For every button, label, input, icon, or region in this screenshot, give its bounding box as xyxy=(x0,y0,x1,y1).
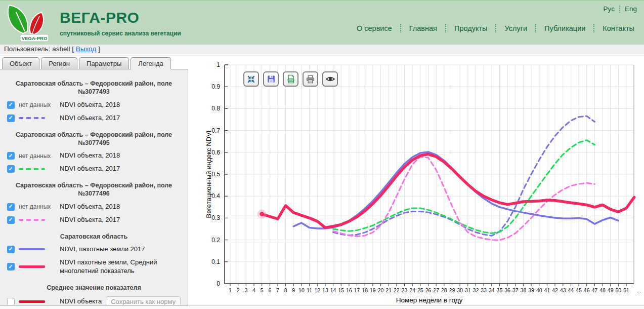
sidebar-tab[interactable]: Легенда xyxy=(131,57,170,69)
svg-text:34: 34 xyxy=(489,287,495,293)
legend-checkbox[interactable] xyxy=(7,165,15,173)
svg-text:47: 47 xyxy=(592,287,598,293)
save-as-norm-button[interactable]: Сохранить как норму xyxy=(106,296,181,305)
legend-item-label: NDVI объекта, 2018 xyxy=(60,203,120,211)
sidebar-tabs: Объект Регион Параметры Легенда xyxy=(0,56,188,69)
legend-item-label: NDVI объекта, 2017 xyxy=(60,216,120,224)
nav-link[interactable]: Продукты xyxy=(454,24,488,32)
svg-text:CSV: CSV xyxy=(288,79,293,82)
svg-text:14: 14 xyxy=(330,287,336,293)
lang-rus[interactable]: Рус xyxy=(604,5,615,13)
save-icon xyxy=(267,74,276,84)
user-label: Пользователь: xyxy=(4,45,50,53)
svg-text:43: 43 xyxy=(560,287,566,293)
svg-text:0: 0 xyxy=(217,280,220,287)
legend-group-title: Саратовская область – Федоровский район,… xyxy=(13,181,176,198)
nav-link[interactable]: О сервисе xyxy=(356,24,393,32)
save-button[interactable] xyxy=(263,71,279,87)
legend-checkbox[interactable] xyxy=(7,203,15,211)
svg-text:49: 49 xyxy=(608,287,614,293)
svg-text:11: 11 xyxy=(307,287,312,293)
svg-text:0.3: 0.3 xyxy=(211,214,220,221)
svg-text:30: 30 xyxy=(457,287,463,293)
username: ashell xyxy=(52,45,70,53)
svg-text:8: 8 xyxy=(284,287,287,293)
legend-swatch xyxy=(19,219,51,221)
nav-link[interactable]: Главная xyxy=(409,24,438,32)
legend-item: NDVI пахотные земли, Средний многолетний… xyxy=(0,258,188,276)
nav-entry: Главная xyxy=(393,24,438,32)
highlighted-point xyxy=(260,212,264,216)
fit-view-icon xyxy=(246,74,256,84)
nav-link[interactable]: Контакты xyxy=(602,24,635,32)
svg-text:41: 41 xyxy=(544,287,550,293)
legend-checkbox[interactable] xyxy=(7,216,15,224)
nav-entry: Публикации xyxy=(528,24,586,32)
logout-link[interactable]: Выход xyxy=(76,45,96,53)
legend-swatch: нет данных xyxy=(19,152,51,160)
svg-text:24: 24 xyxy=(409,287,415,293)
legend-group-title: Саратовская область – Федоровский район,… xyxy=(13,131,176,147)
svg-text:19: 19 xyxy=(370,287,376,293)
sidebar-tab-label: Легенда xyxy=(138,60,163,67)
svg-text:2: 2 xyxy=(237,287,240,293)
legend-checkbox[interactable] xyxy=(7,152,15,160)
legend-item-label: NDVI объекта, 2018 xyxy=(60,151,120,160)
sidebar-tab[interactable]: Регион xyxy=(41,57,77,69)
nav-link[interactable]: Публикации xyxy=(544,24,586,32)
nav-divider xyxy=(593,24,594,32)
visibility-button[interactable] xyxy=(322,71,338,87)
sidebar-tab[interactable]: Объект xyxy=(2,57,39,69)
legend-item-label: NDVI пахотные земли, Средний многолетний… xyxy=(60,258,184,276)
legend-item-label: NDVI объекта, 2017 xyxy=(60,114,120,123)
legend-group: Саратовская область NDVI, пахотные земли… xyxy=(0,233,188,276)
legend-group: Саратовская область – Федоровский район,… xyxy=(0,181,188,224)
nav-divider xyxy=(400,24,401,32)
legend-group-items: NDVI объекта Сохранить как норму xyxy=(0,296,188,305)
legend-checkbox[interactable] xyxy=(7,101,15,109)
site-subtitle: спутниковый сервис анализа вегетации xyxy=(60,30,181,37)
svg-text:51: 51 xyxy=(623,287,629,293)
sidebar-tab-label: Объект xyxy=(10,60,32,67)
ndvi-chart[interactable]: 00.10.20.30.40.50.60.70.80.9112345678910… xyxy=(190,54,644,305)
legend-item: NDVI объекта, 2017 xyxy=(0,114,188,123)
svg-text:13: 13 xyxy=(322,287,328,293)
legend-item: NDVI объекта, 2017 xyxy=(0,216,188,224)
legend-group-items: нет данных NDVI объекта, 2018 NDVI объек… xyxy=(0,203,188,224)
site-header: VEGA-PRO ВЕГА-PRO спутниковый сервис ана… xyxy=(0,0,644,45)
nav-divider xyxy=(495,24,496,32)
sidebar-tab[interactable]: Параметры xyxy=(79,57,129,69)
bracket-open: [ xyxy=(72,45,74,53)
svg-text:10: 10 xyxy=(298,287,305,293)
legend-checkbox[interactable] xyxy=(7,298,15,305)
svg-text:17: 17 xyxy=(354,287,360,293)
svg-text:20: 20 xyxy=(378,287,384,293)
legend-group-items: нет данных NDVI объекта, 2018 NDVI объек… xyxy=(0,151,188,173)
nav-entry: Продукты xyxy=(438,24,488,32)
svg-text:22: 22 xyxy=(394,287,400,293)
sidebar-tab-label: Параметры xyxy=(87,60,121,67)
vega-pro-logo: VEGA-PRO xyxy=(4,2,57,45)
sidebar-tab-label: Регион xyxy=(49,60,70,67)
legend-item-label: NDVI объекта, 2018 xyxy=(60,101,120,109)
svg-text:Номер недели в году: Номер недели в году xyxy=(396,296,463,304)
svg-text:9: 9 xyxy=(292,287,295,293)
legend-swatch xyxy=(19,248,51,250)
legend-item-label: NDVI объекта, 2017 xyxy=(60,165,120,173)
print-button[interactable] xyxy=(303,71,318,87)
legend-checkbox[interactable] xyxy=(7,246,15,253)
legend-item: нет данных NDVI объекта, 2018 xyxy=(0,203,188,211)
legend-group: Саратовская область – Федоровский район,… xyxy=(0,131,188,174)
svg-text:50: 50 xyxy=(615,287,621,293)
legend-checkbox[interactable] xyxy=(7,114,15,122)
bracket-close: ] xyxy=(98,45,100,53)
legend-checkbox[interactable] xyxy=(7,263,15,271)
language-switcher: Рус Eng xyxy=(604,5,637,13)
main-nav: О сервисе Главная Продукты Услуги Публик… xyxy=(356,24,635,32)
nav-link[interactable]: Услуги xyxy=(504,24,528,32)
legend-group: Среднее значение показателя NDVI объекта… xyxy=(0,284,188,305)
lang-eng[interactable]: Eng xyxy=(625,5,637,13)
csv-export-button[interactable]: CSV xyxy=(283,71,298,87)
fit-view-button[interactable] xyxy=(243,71,259,87)
svg-text:0.9: 0.9 xyxy=(211,83,220,90)
